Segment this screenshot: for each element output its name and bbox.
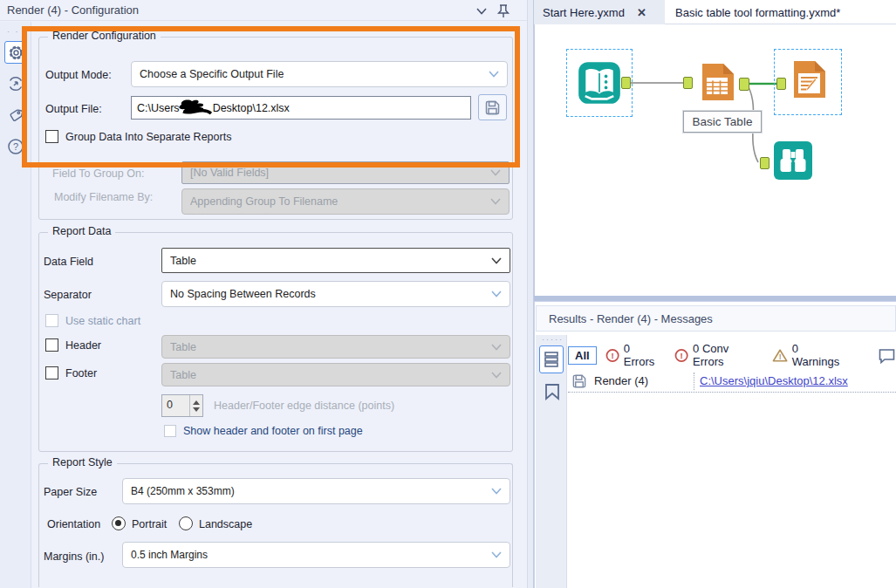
- svg-text:!: !: [680, 351, 682, 360]
- save-file-button[interactable]: [478, 94, 507, 120]
- gear-icon[interactable]: [4, 41, 27, 64]
- spinner-up-icon: [193, 400, 200, 405]
- header-select: Table: [161, 335, 510, 359]
- results-toolbar: All ! 0 Errors ! 0 Conv Errors !: [568, 344, 896, 366]
- chevron-down-icon: [491, 344, 502, 351]
- input-anchor[interactable]: [776, 78, 786, 90]
- edge-distance-stepper: 0: [161, 394, 203, 417]
- app-window: Render (4) - Configuration · · ·: [0, 0, 896, 588]
- tool-annotation-label[interactable]: Basic Table: [683, 111, 762, 133]
- header-checkbox[interactable]: [45, 338, 58, 352]
- separator-label: Separator: [44, 289, 92, 301]
- edge-distance-label: Header/Footer edge distance (points): [214, 400, 394, 412]
- vertical-splitter[interactable]: [527, 0, 534, 588]
- chevron-down-icon: [489, 71, 499, 78]
- chevron-down-icon: [490, 198, 501, 205]
- filter-all-button[interactable]: All: [568, 346, 597, 365]
- binoculars-icon: [772, 140, 814, 181]
- result-message-row[interactable]: Render (4) C:\Users\jqiu\Desktop\12.xlsx: [568, 370, 896, 393]
- footer-select: Table: [161, 363, 510, 386]
- chevron-down-icon[interactable]: [474, 3, 489, 19]
- footer-label: Footer: [65, 367, 97, 379]
- result-output-link[interactable]: C:\Users\jqiu\Desktop\12.xlsx: [700, 374, 848, 387]
- field-to-group-label: Field To Group On:: [52, 168, 144, 180]
- table-icon: [696, 61, 738, 103]
- group-data-checkbox-label: Group Data Into Separate Reports: [65, 131, 231, 143]
- paper-size-select[interactable]: B4 (250mm x 353mm): [122, 478, 510, 504]
- chevron-down-icon: [491, 551, 502, 558]
- group-legend: Report Data: [48, 225, 115, 237]
- tool-browse[interactable]: [772, 140, 814, 181]
- configuration-panel: Render (4) - Configuration · · ·: [0, 0, 527, 588]
- errors-filter[interactable]: ! 0 Errors: [605, 342, 662, 368]
- input-anchor[interactable]: [683, 77, 693, 89]
- warnings-filter[interactable]: ! 0 Warnings: [772, 342, 846, 368]
- output-mode-label: Output Mode:: [45, 69, 112, 81]
- results-panel: Results - Render (4) - Messages ····· Al…: [534, 301, 896, 588]
- configuration-sidebar: · · ·: [0, 22, 31, 588]
- pin-icon[interactable]: [496, 3, 511, 19]
- book-icon: [577, 59, 622, 106]
- drag-handle-dots[interactable]: ·····: [542, 335, 564, 344]
- chevron-down-icon: [491, 291, 502, 297]
- input-anchor[interactable]: [760, 157, 769, 169]
- show-header-footer-label: Show header and footer on first page: [183, 425, 363, 437]
- tool-basic-table[interactable]: [696, 61, 738, 103]
- annotation-icon[interactable]: [4, 104, 27, 126]
- header-label: Header: [65, 339, 101, 352]
- separator-select[interactable]: No Spacing Between Records: [161, 281, 510, 307]
- conv-errors-filter[interactable]: ! 0 Conv Errors: [674, 342, 760, 368]
- flag-icon[interactable]: [541, 380, 564, 403]
- close-icon[interactable]: ✕: [637, 6, 646, 19]
- output-mode-select[interactable]: Choose a Specific Output File: [131, 61, 508, 87]
- workflow-tabbar: Start Here.yxmd ✕ Basic table tool forma…: [534, 0, 896, 24]
- results-sidebar: ·····: [536, 335, 567, 588]
- column-divider: [694, 373, 694, 390]
- chevron-down-icon: [491, 372, 502, 379]
- performance-icon[interactable]: [4, 72, 27, 95]
- comment-icon[interactable]: [878, 347, 896, 364]
- margins-label: Margins (in.): [44, 550, 104, 563]
- messages-icon[interactable]: [539, 345, 564, 373]
- tool-render[interactable]: [788, 58, 830, 101]
- group-legend: Report Style: [48, 456, 117, 468]
- results-header: Results - Render (4) - Messages: [536, 305, 896, 332]
- output-file-input[interactable]: C:\Users Desktop\12.xlsx: [131, 96, 471, 120]
- svg-text:?: ?: [13, 141, 18, 152]
- spinner-down-icon: [193, 407, 200, 412]
- panel-title: Render (4) - Configuration: [7, 3, 139, 17]
- use-static-chart-checkbox: [45, 314, 58, 327]
- tab-basic-table-formatting[interactable]: Basic table tool formatting.yxmd*: [667, 0, 885, 24]
- group-legend: Render Configuration: [48, 30, 161, 42]
- render-icon: [788, 58, 830, 101]
- tool-text-input[interactable]: [577, 59, 622, 106]
- chevron-down-icon: [490, 169, 501, 176]
- data-field-select[interactable]: Table: [161, 248, 510, 273]
- drag-handle-dots[interactable]: · · ·: [7, 27, 28, 36]
- field-to-group-select: [No Valid Fields]: [181, 161, 510, 184]
- output-anchor[interactable]: [739, 78, 749, 91]
- show-header-footer-checkbox: [164, 425, 176, 437]
- output-file-label: Output File:: [45, 103, 102, 115]
- tab-start-here[interactable]: Start Here.yxmd ✕: [534, 0, 665, 24]
- workflow-canvas[interactable]: Basic Table: [534, 24, 896, 296]
- margins-select[interactable]: 0.5 inch Margins: [122, 542, 510, 568]
- redaction-scribble: [176, 96, 216, 120]
- error-icon: !: [674, 348, 688, 363]
- modify-filename-select: Appending Group To Filename: [181, 188, 510, 215]
- landscape-radio[interactable]: [179, 516, 193, 530]
- paper-size-label: Paper Size: [44, 486, 97, 498]
- data-field-label: Data Field: [44, 256, 93, 268]
- use-static-chart-label: Use static chart: [65, 315, 140, 327]
- output-anchor[interactable]: [621, 77, 631, 89]
- save-icon: [484, 99, 501, 116]
- warning-icon: !: [772, 348, 788, 363]
- footer-checkbox[interactable]: [45, 366, 58, 379]
- orientation-label: Orientation: [47, 518, 100, 530]
- chevron-down-icon: [491, 257, 502, 264]
- save-icon: [571, 373, 587, 389]
- error-icon: !: [605, 348, 619, 363]
- group-data-checkbox[interactable]: [45, 130, 58, 143]
- portrait-radio[interactable]: [112, 516, 126, 530]
- help-icon[interactable]: ?: [4, 135, 27, 158]
